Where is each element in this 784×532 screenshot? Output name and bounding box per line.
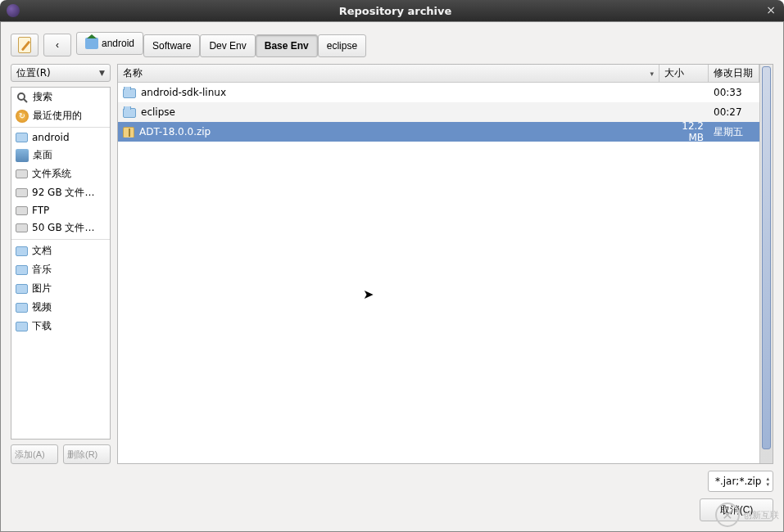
- sidebar-item-label: 最近使用的: [33, 109, 82, 123]
- sidebar-item-label: 50 GB 文件…: [32, 221, 94, 235]
- chevron-left-icon: ‹: [56, 39, 59, 51]
- breadcrumb-segment[interactable]: eclipse: [318, 34, 366, 57]
- sidebar-item[interactable]: 下载: [11, 317, 110, 336]
- sidebar-item-label: FTP: [32, 205, 49, 216]
- file-date: 星期五: [709, 125, 759, 139]
- sidebar-item[interactable]: 文档: [11, 241, 110, 260]
- path-toolbar: ‹ androidSoftwareDev EnvBase Enveclipse: [11, 32, 773, 57]
- folder-icon: [16, 265, 28, 275]
- file-area: 名称 ▾ 大小 修改日期 android-sdk-linux00:33eclip…: [117, 64, 773, 464]
- sidebar-item-label: 搜索: [33, 90, 52, 104]
- sidebar-item-label: 92 GB 文件…: [32, 186, 94, 200]
- folder-icon: [123, 108, 136, 118]
- folder-icon: [16, 246, 28, 256]
- sidebar-item[interactable]: 图片: [11, 279, 110, 298]
- sidebar-item-label: 图片: [32, 282, 52, 295]
- sort-indicator-icon: ▾: [650, 70, 654, 78]
- archive-icon: [123, 127, 134, 138]
- pencil-icon: [16, 37, 33, 53]
- sidebar-item[interactable]: 50 GB 文件…: [11, 219, 110, 237]
- sidebar-item-label: android: [32, 132, 70, 143]
- dialog-body: ‹ androidSoftwareDev EnvBase Enveclipse …: [0, 21, 784, 532]
- drive-icon: [16, 206, 28, 215]
- column-size[interactable]: 大小: [659, 65, 709, 82]
- home-folder-icon: [85, 38, 98, 49]
- sidebar-item[interactable]: 搜索: [11, 88, 110, 106]
- scrollbar-thumb[interactable]: [762, 66, 771, 449]
- breadcrumb-label: Dev Env: [209, 40, 246, 52]
- breadcrumb-label: android: [102, 38, 134, 49]
- window-title: Repository archive: [26, 5, 764, 17]
- sidebar-item[interactable]: 音乐: [11, 260, 110, 279]
- breadcrumb-segment[interactable]: Dev Env: [200, 34, 255, 57]
- remove-place-button[interactable]: 删除(R): [63, 444, 111, 464]
- sidebar-item-label: 下载: [32, 319, 52, 333]
- file-date: 00:33: [709, 87, 759, 98]
- svg-line-1: [24, 99, 27, 102]
- file-row[interactable]: android-sdk-linux00:33: [118, 83, 759, 102]
- scrollbar[interactable]: [759, 65, 773, 463]
- recent-icon: ↻: [16, 110, 29, 123]
- places-sidebar: 位置(R) ▼ 搜索↻最近使用的android桌面文件系统92 GB 文件…FT…: [11, 64, 111, 464]
- places-header[interactable]: 位置(R) ▼: [11, 64, 111, 82]
- file-filter-value: *.jar;*.zip: [715, 476, 762, 487]
- sidebar-item[interactable]: 桌面: [11, 146, 110, 165]
- folder-icon: [16, 133, 28, 142]
- svg-point-0: [18, 93, 25, 100]
- column-name[interactable]: 名称 ▾: [118, 65, 659, 82]
- desktop-icon: [16, 149, 29, 162]
- breadcrumb-label: eclipse: [327, 40, 357, 52]
- file-row[interactable]: ADT-18.0.0.zip12.2 MB星期五: [118, 122, 759, 142]
- folder-icon: [16, 284, 28, 294]
- search-icon: [16, 91, 29, 104]
- breadcrumb-segment[interactable]: Base Env: [256, 34, 318, 57]
- sidebar-item[interactable]: FTP: [11, 202, 110, 219]
- app-icon: [7, 4, 20, 17]
- file-row[interactable]: eclipse00:27: [118, 102, 759, 122]
- chevron-down-icon: ▼: [99, 69, 105, 77]
- cancel-button[interactable]: 取消(C): [700, 498, 773, 521]
- file-list[interactable]: android-sdk-linux00:33eclipse00:27ADT-18…: [118, 83, 759, 463]
- folder-icon: [16, 303, 28, 313]
- sidebar-item-label: 音乐: [32, 263, 52, 277]
- file-name: eclipse: [141, 106, 175, 118]
- drive-icon: [16, 223, 28, 232]
- sidebar-item[interactable]: ↻最近使用的: [11, 106, 110, 125]
- add-place-button[interactable]: 添加(A): [11, 444, 58, 464]
- breadcrumb-label: Base Env: [265, 40, 309, 52]
- column-date[interactable]: 修改日期: [709, 65, 759, 82]
- sidebar-item-label: 文档: [32, 244, 52, 258]
- file-name: android-sdk-linux: [141, 87, 226, 98]
- edit-path-button[interactable]: [11, 34, 39, 56]
- breadcrumb-label: Software: [152, 40, 191, 52]
- spinner-icon[interactable]: ▴▾: [766, 476, 769, 487]
- sidebar-item[interactable]: 92 GB 文件…: [11, 183, 110, 202]
- close-icon[interactable]: ×: [764, 4, 777, 17]
- sidebar-item-label: 文件系统: [32, 167, 71, 181]
- sidebar-item-label: 视频: [32, 300, 52, 314]
- file-name: ADT-18.0.0.zip: [139, 126, 211, 138]
- titlebar[interactable]: Repository archive ×: [0, 0, 784, 21]
- file-size: 12.2 MB: [659, 120, 709, 143]
- breadcrumb-segment[interactable]: Software: [143, 34, 200, 57]
- sidebar-item-label: 桌面: [33, 148, 52, 162]
- file-date: 00:27: [709, 106, 759, 118]
- drive-icon: [16, 169, 28, 178]
- places-list[interactable]: 搜索↻最近使用的android桌面文件系统92 GB 文件…FTP50 GB 文…: [11, 87, 111, 440]
- sidebar-item[interactable]: 文件系统: [11, 165, 110, 183]
- sidebar-item[interactable]: 视频: [11, 298, 110, 317]
- drive-icon: [16, 188, 28, 197]
- places-label: 位置(R): [16, 66, 51, 80]
- folder-icon: [16, 322, 28, 331]
- back-button[interactable]: ‹: [43, 34, 71, 56]
- sidebar-item[interactable]: android: [11, 129, 110, 146]
- breadcrumb-segment[interactable]: android: [76, 32, 143, 55]
- file-list-header[interactable]: 名称 ▾ 大小 修改日期: [118, 65, 759, 83]
- folder-icon: [123, 88, 136, 98]
- file-filter-select[interactable]: *.jar;*.zip ▴▾: [708, 471, 773, 492]
